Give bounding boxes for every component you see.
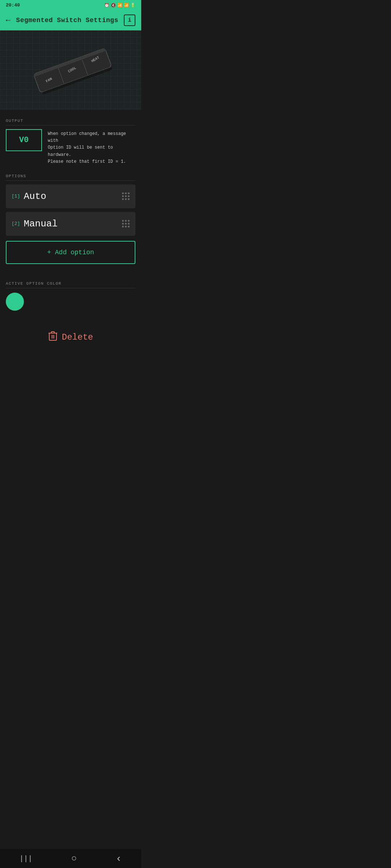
- add-option-button[interactable]: + Add option: [6, 241, 135, 264]
- content-area: OUTPUT V0 When option changed, a message…: [0, 119, 141, 383]
- option-label-2: Manual: [24, 218, 122, 229]
- drag-dot: [125, 226, 127, 227]
- output-badge[interactable]: V0: [6, 129, 42, 151]
- option-index-2: [2]: [12, 221, 20, 226]
- drag-dot: [122, 195, 124, 197]
- drag-dot: [125, 223, 127, 225]
- wifi-icon: 📶: [117, 3, 122, 8]
- mute-icon: 🔇: [111, 3, 116, 8]
- drag-dot: [128, 223, 130, 225]
- drag-dot: [122, 198, 124, 200]
- drag-dot: [128, 195, 130, 197]
- active-color-label: ACTIVE OPTION COLOR: [6, 281, 135, 288]
- option-label-1: Auto: [24, 191, 122, 202]
- option-index-1: [1]: [12, 193, 20, 199]
- option-item-2[interactable]: [2] Manual: [6, 212, 135, 236]
- drag-dot: [125, 220, 127, 222]
- drag-dot: [125, 198, 127, 200]
- drag-dot: [122, 192, 124, 194]
- option-drag-handle-2[interactable]: [122, 220, 130, 227]
- output-section-label: OUTPUT: [6, 119, 135, 125]
- delete-icon: [48, 331, 58, 344]
- options-section-label: OPTIONS: [6, 174, 135, 181]
- hero-illustration: FAN COOL HEAT: [0, 30, 141, 110]
- delete-button[interactable]: Delete: [6, 325, 135, 349]
- battery-icon: 🔋: [130, 3, 135, 8]
- back-button[interactable]: ←: [6, 16, 10, 25]
- drag-dot: [125, 195, 127, 197]
- drag-dot: [128, 198, 130, 200]
- drag-dot: [128, 192, 130, 194]
- drag-dot: [122, 226, 124, 227]
- drag-dot: [122, 220, 124, 222]
- options-list: [1] Auto [2] Manual: [6, 184, 135, 236]
- status-bar: 20:40 ⏰ 🔇 📶 📶 🔋: [0, 0, 141, 10]
- switch-svg: FAN COOL HEAT: [18, 32, 123, 108]
- active-color-swatch[interactable]: [6, 293, 24, 311]
- drag-dot: [128, 220, 130, 222]
- top-bar: ← Segmented Switch Settings i: [0, 10, 141, 30]
- option-drag-handle-1[interactable]: [122, 192, 130, 200]
- status-time: 20:40: [6, 3, 20, 8]
- output-description: When option changed, a message with Opti…: [48, 131, 135, 165]
- info-button[interactable]: i: [124, 14, 135, 26]
- signal-icon: 📶: [124, 3, 129, 8]
- status-icons: ⏰ 🔇 📶 📶 🔋: [104, 3, 135, 8]
- output-row: V0 When option changed, a message with O…: [6, 129, 135, 165]
- drag-dot: [122, 223, 124, 225]
- alarm-icon: ⏰: [104, 3, 109, 8]
- option-item-1[interactable]: [1] Auto: [6, 184, 135, 208]
- delete-label: Delete: [62, 332, 93, 342]
- page-title: Segmented Switch Settings: [16, 17, 118, 24]
- drag-dot: [125, 192, 127, 194]
- drag-dot: [128, 226, 130, 227]
